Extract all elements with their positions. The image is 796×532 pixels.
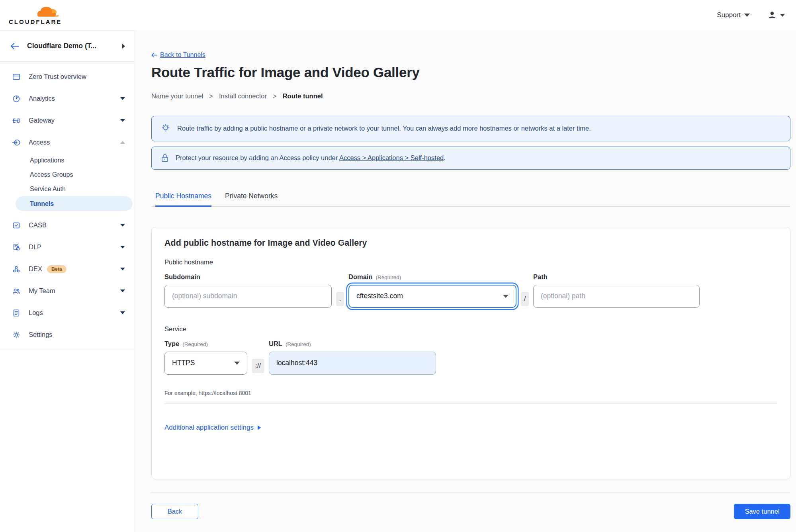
service-url-input[interactable] [269,352,436,375]
user-icon [767,10,777,20]
access-policy-text: Protect your resource by adding an Acces… [176,154,338,161]
chevron-up-icon [120,141,125,144]
route-traffic-info-banner: Route traffic by adding a public hostnam… [151,116,790,141]
access-policy-banner: Protect your resource by adding an Acces… [151,147,790,170]
sidebar-item-tunnels[interactable]: Tunnels [16,196,133,211]
path-label: Path [533,273,700,281]
required-note: (Required) [182,341,208,347]
chevron-down-icon [120,311,125,314]
analytics-icon [12,94,21,103]
sidebar: Cloudflare Demo (T... Zero Trust overvie… [0,30,134,532]
required-note: (Required) [286,341,311,347]
breadcrumb-separator: > [209,92,213,100]
sidebar-item-settings[interactable]: Settings [0,324,134,346]
cloudflare-wordmark: CLOUDFLARE [9,18,72,25]
gear-icon [12,331,21,339]
account-name: Cloudflare Demo (T... [27,42,122,50]
subdomain-label: Subdomain [164,273,332,281]
url-label: URL [269,340,282,348]
cloudflare-logo: CLOUDFLARE [9,5,72,25]
sidebar-item-dex[interactable]: DEX Beta [0,258,134,280]
back-to-tunnels-link[interactable]: Back to Tunnels [151,51,205,59]
access-icon [12,138,21,147]
tab-public-hostnames[interactable]: Public Hostnames [155,192,211,207]
breadcrumb-step-name-tunnel[interactable]: Name your tunnel [151,92,203,100]
chevron-down-icon [234,362,240,365]
sidebar-account-header[interactable]: Cloudflare Demo (T... [0,31,134,62]
chevron-down-icon [120,268,125,270]
chevron-down-icon [744,14,750,17]
dot-separator: . [336,292,344,306]
sidebar-item-access[interactable]: Access [0,131,134,153]
access-applications-self-hosted-link[interactable]: Access > Applications > Self-hosted [339,154,444,161]
back-arrow-icon [151,53,157,58]
required-note: (Required) [376,274,401,280]
footer-divider [151,492,790,493]
chevron-down-icon [120,224,125,227]
sidebar-item-gateway[interactable]: Gateway [0,110,134,131]
sidebar-item-service-auth[interactable]: Service Auth [0,182,134,196]
subdomain-input[interactable] [164,285,332,308]
sidebar-item-casb[interactable]: CASB [0,214,134,236]
sidebar-item-zero-trust-overview[interactable]: Zero Trust overview [0,66,134,88]
cloudflare-cloud-icon [35,5,62,18]
sidebar-divider [0,349,134,349]
service-field-row: Type (Required) HTTPS :// URL (Required) [164,340,777,375]
additional-application-settings-toggle[interactable]: Additional application settings [164,424,261,432]
scheme-separator: :// [252,359,264,373]
logs-icon [12,309,21,317]
chevron-right-icon[interactable] [122,44,125,49]
back-button[interactable]: Back [151,504,198,519]
main-content: Back to Tunnels Route Traffic for Image … [134,30,796,532]
route-traffic-info-text: Route traffic by adding a public hostnam… [177,125,591,132]
sidebar-item-logs[interactable]: Logs [0,302,134,324]
service-section-label: Service [164,325,777,333]
user-menu[interactable] [767,10,785,20]
dlp-icon [12,243,21,252]
footer-actions: Back Save tunnel [151,504,790,519]
team-icon [12,287,21,295]
domain-selected-value: cftestsite3.com [356,292,403,300]
casb-icon [12,221,21,230]
type-label: Type [164,340,179,348]
sidebar-item-access-groups[interactable]: Access Groups [0,168,134,182]
public-hostname-section-label: Public hostname [164,258,777,266]
breadcrumb: Name your tunnel > Install connector > R… [151,92,790,100]
support-menu[interactable]: Support [717,11,750,19]
domain-select[interactable]: cftestsite3.com [348,285,516,308]
chevron-down-icon [120,246,125,248]
chevron-right-icon [258,425,261,430]
card-divider [164,403,777,404]
chevron-down-icon [780,14,785,17]
breadcrumb-step-install-connector[interactable]: Install connector [219,92,267,100]
slash-separator: / [521,292,529,306]
chevron-down-icon [120,119,125,122]
support-label: Support [717,11,741,19]
overview-icon [12,72,21,81]
card-heading: Add public hostname for Image and Video … [164,238,777,248]
hostname-field-row: Subdomain . Domain (Required) cftestsite… [164,273,777,308]
breadcrumb-step-route-tunnel: Route tunnel [283,92,323,100]
chevron-down-icon [503,295,509,298]
sidebar-nav: Zero Trust overview Analytics Gateway [0,62,134,349]
chevron-down-icon [120,97,125,100]
service-type-selected-value: HTTPS [172,359,195,367]
back-arrow-icon[interactable] [10,43,19,50]
lightbulb-icon [160,123,171,134]
page-title: Route Traffic for Image and Video Galler… [151,65,790,80]
breadcrumb-separator: > [273,92,277,100]
sidebar-item-dlp[interactable]: DLP [0,236,134,258]
chevron-down-icon [120,289,125,292]
beta-badge: Beta [47,265,66,273]
tab-private-networks[interactable]: Private Networks [225,192,278,206]
sidebar-item-applications[interactable]: Applications [0,153,134,168]
lock-icon [160,153,169,163]
service-type-select[interactable]: HTTPS [164,352,247,375]
path-input[interactable] [533,285,700,308]
sidebar-item-analytics[interactable]: Analytics [0,88,134,110]
domain-label: Domain [348,273,373,281]
save-tunnel-button[interactable]: Save tunnel [734,504,790,519]
sidebar-item-my-team[interactable]: My Team [0,280,134,302]
dex-icon [12,265,21,274]
tab-bar: Public Hostnames Private Networks [151,192,790,207]
